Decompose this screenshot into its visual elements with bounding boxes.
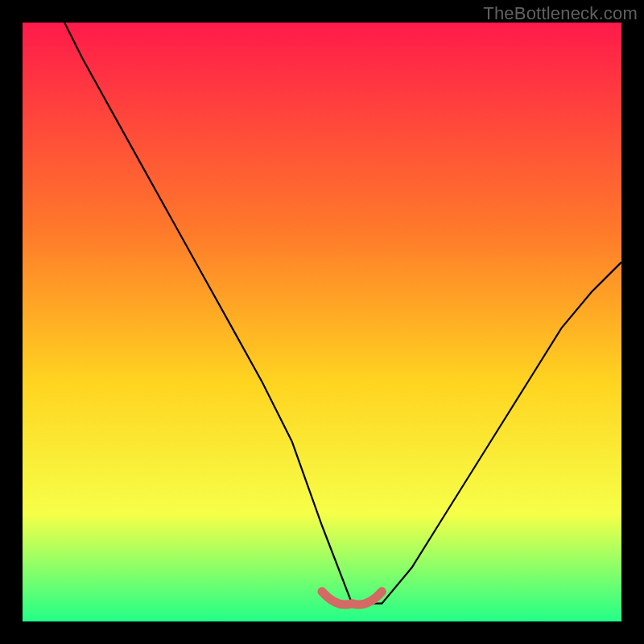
bottleneck-chart (0, 0, 644, 644)
chart-frame: TheBottleneck.com (0, 0, 644, 644)
watermark-text: TheBottleneck.com (483, 3, 638, 24)
